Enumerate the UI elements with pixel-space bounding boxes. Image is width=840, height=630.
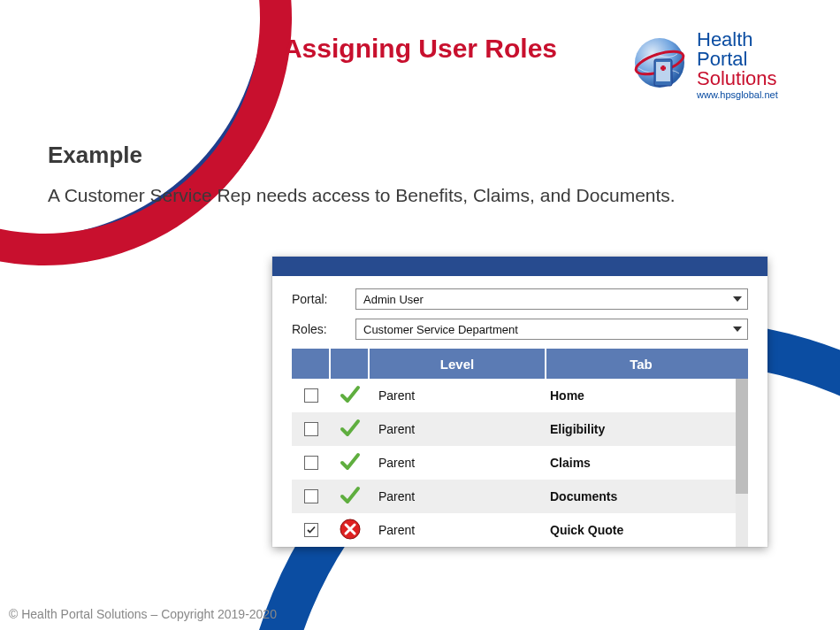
panel-header-bar [272,257,767,276]
svg-rect-3 [656,62,670,81]
row-tab: Documents [546,480,748,513]
row-level: Parent [370,513,546,547]
grid-header-tab: Tab [546,349,736,379]
panel-body: Portal: Admin User Roles: Customer Servi… [272,276,767,547]
row-checkbox-cell [292,379,331,412]
row-checkbox-cell [292,513,331,547]
row-checkbox-cell [292,412,331,446]
table-row: ParentQuick Quote [292,513,748,547]
slide: Assigning User Roles [0,0,840,630]
row-level: Parent [370,446,546,480]
roles-panel: Portal: Admin User Roles: Customer Servi… [272,257,767,547]
checkmark-icon [339,383,362,409]
row-status-cell [331,379,370,412]
scrollbar-thumb[interactable] [736,379,748,494]
row-tab: Home [546,379,748,412]
row-checkbox-cell [292,480,331,513]
grid-header-level: Level [370,349,546,379]
grid-header-scroll [736,349,748,379]
brand-text: Health Portal Solutions www.hpsglobal.ne… [697,30,778,100]
row-checkbox[interactable] [304,388,318,403]
section-heading: Example [48,142,790,169]
grid-header-check [292,349,331,379]
row-status-cell [331,480,370,513]
row-status-cell [331,446,370,480]
row-checkbox[interactable] [304,489,318,503]
roles-label: Roles: [292,322,338,336]
logo-line-3: Solutions [697,69,778,88]
table-row: ParentEligibility [292,412,748,446]
logo-line-2: Portal [697,50,778,69]
portal-select-value: Admin User [363,293,424,306]
table-row: ParentClaims [292,446,748,480]
brand-logo: Health Portal Solutions www.hpsglobal.ne… [628,16,813,113]
row-status-cell [331,513,370,547]
row-checkbox-cell [292,446,331,480]
row-level: Parent [370,412,546,446]
permissions-grid: Level Tab ParentHomeParentEligibilityPar… [292,349,748,547]
section-body: A Customer Service Rep needs access to B… [48,185,790,206]
portal-row: Portal: Admin User [292,288,748,310]
portal-select[interactable]: Admin User [355,288,748,310]
checkmark-icon [339,484,362,510]
table-row: ParentDocuments [292,480,748,513]
row-level: Parent [370,480,546,513]
roles-select-value: Customer Service Department [363,323,518,336]
checkmark-icon [339,450,362,476]
grid-body: ParentHomeParentEligibilityParentClaimsP… [292,379,748,547]
grid-header: Level Tab [292,349,748,379]
row-checkbox[interactable] [304,523,318,537]
row-tab: Eligibility [546,412,748,446]
grid-header-status [331,349,370,379]
chevron-down-icon [733,296,742,302]
globe-icon [628,33,691,96]
portal-label: Portal: [292,292,338,306]
content-block: Example A Customer Service Rep needs acc… [48,142,790,206]
logo-line-1: Health [697,30,778,50]
checkmark-icon [339,417,362,442]
copyright-footer: © Health Portal Solutions – Copyright 20… [9,607,277,621]
chevron-down-icon [733,327,742,332]
row-level: Parent [370,379,546,412]
row-tab: Quick Quote [546,513,748,547]
row-checkbox[interactable] [304,456,318,470]
roles-select[interactable]: Customer Service Department [355,319,748,340]
roles-row: Roles: Customer Service Department [292,319,748,340]
error-icon [339,518,362,543]
scrollbar-gutter[interactable] [736,379,748,547]
table-row: ParentHome [292,379,748,412]
row-status-cell [331,412,370,446]
row-checkbox[interactable] [304,422,318,436]
logo-url: www.hpsglobal.net [697,90,778,100]
row-tab: Claims [546,446,748,480]
